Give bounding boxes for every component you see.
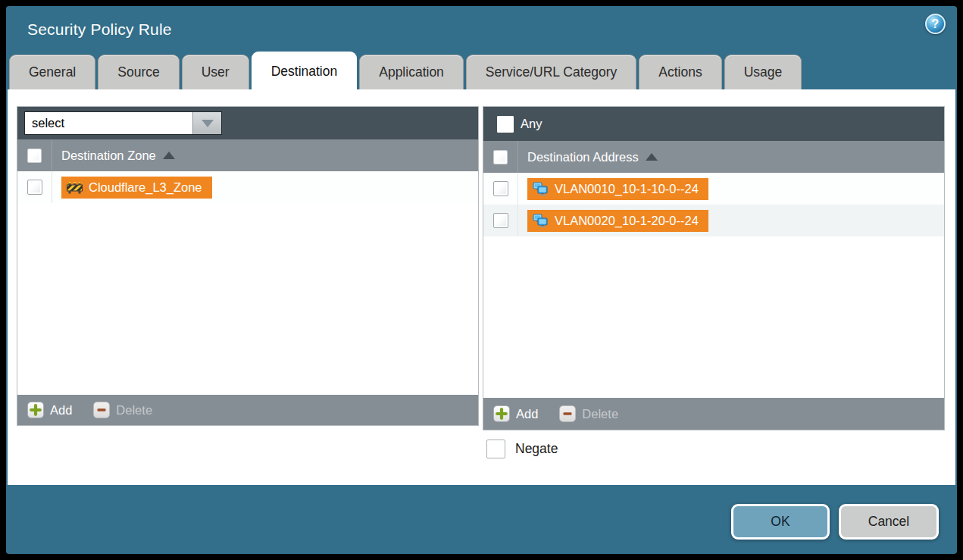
zone-barricade-icon <box>67 181 83 194</box>
network-address-icon <box>533 182 549 196</box>
add-plus-icon <box>27 402 44 418</box>
destination-zone-panel: Destination Zone <box>17 106 479 426</box>
tab-service-url-category[interactable]: Service/URL Category <box>466 55 636 89</box>
zone-delete-label: Delete <box>116 403 152 418</box>
address-add-button[interactable]: Add <box>493 405 538 422</box>
address-row-checkbox[interactable] <box>493 181 508 196</box>
tab-user[interactable]: User <box>182 55 249 89</box>
zone-select-dropdown-button[interactable] <box>192 112 221 134</box>
address-row-check-cell <box>483 173 518 205</box>
address-column-header[interactable]: Destination Address <box>483 141 944 173</box>
negate-label: Negate <box>515 441 558 457</box>
address-select-all-checkbox[interactable] <box>493 150 508 164</box>
any-check-cell <box>490 107 521 141</box>
delete-minus-icon <box>559 405 576 422</box>
zone-select-combobox <box>24 111 222 135</box>
zone-add-button[interactable]: Add <box>27 402 72 418</box>
delete-minus-icon <box>93 402 110 418</box>
dialog-title: Security Policy Rule <box>27 20 172 39</box>
address-row: VLAN0010_10-1-10-0--24 <box>483 173 944 205</box>
tab-usage[interactable]: Usage <box>724 55 802 89</box>
zone-row-checkbox[interactable] <box>27 180 42 195</box>
zone-panel-footer: Add Delete <box>17 395 478 425</box>
tab-actions[interactable]: Actions <box>639 55 721 89</box>
address-delete-label: Delete <box>582 407 618 421</box>
address-add-label: Add <box>516 407 538 421</box>
zone-list: Cloudflare_L3_Zone <box>17 171 478 395</box>
address-item-label: VLAN0020_10-1-20-0--24 <box>555 214 699 228</box>
address-item[interactable]: VLAN0020_10-1-20-0--24 <box>527 210 708 232</box>
zone-select-input[interactable] <box>25 112 192 134</box>
add-plus-icon <box>493 405 510 422</box>
destination-tab-content: Destination Zone <box>8 89 955 485</box>
zone-select-all-cell <box>17 139 52 171</box>
address-list: VLAN0010_10-1-10-0--24 <box>483 173 944 398</box>
address-panel-toolbar: Any <box>483 107 944 141</box>
sort-ascending-icon <box>163 152 175 159</box>
address-row-check-cell <box>483 205 518 236</box>
tab-destination[interactable]: Destination <box>252 52 358 89</box>
address-row: VLAN0020_10-1-20-0--24 <box>483 205 944 236</box>
zone-column-header[interactable]: Destination Zone <box>17 139 478 171</box>
network-address-icon <box>533 214 549 227</box>
help-icon[interactable]: ? <box>925 14 946 34</box>
tab-general[interactable]: General <box>9 55 95 89</box>
negate-checkbox[interactable] <box>486 440 505 458</box>
cancel-button[interactable]: Cancel <box>839 504 939 540</box>
sort-ascending-icon <box>646 153 658 161</box>
chevron-down-icon <box>202 120 214 127</box>
address-item[interactable]: VLAN0010_10-1-10-0--24 <box>527 178 708 200</box>
zone-panel-toolbar <box>17 107 478 139</box>
any-checkbox[interactable] <box>497 116 514 133</box>
address-column-header-label: Destination Address <box>527 150 639 164</box>
zone-column-header-label: Destination Zone <box>61 149 156 163</box>
address-row-checkbox[interactable] <box>493 213 508 228</box>
negate-option: Negate <box>486 440 558 458</box>
zone-item[interactable]: Cloudflare_L3_Zone <box>61 177 212 199</box>
address-panel-footer: Add Delete <box>483 398 944 430</box>
security-policy-rule-dialog: Security Policy Rule ? General Source Us… <box>6 6 957 554</box>
zone-select-all-checkbox[interactable] <box>27 149 42 163</box>
any-label: Any <box>521 117 542 131</box>
zone-add-label: Add <box>50 403 72 418</box>
destination-address-panel: Any Destination Address <box>483 106 945 430</box>
zone-row-check-cell <box>17 171 52 203</box>
tab-source[interactable]: Source <box>98 55 179 89</box>
zone-delete-button[interactable]: Delete <box>93 402 152 418</box>
address-select-all-cell <box>483 141 518 173</box>
tab-bar: General Source User Destination Applicat… <box>9 52 804 89</box>
address-delete-button[interactable]: Delete <box>559 405 618 422</box>
tab-application[interactable]: Application <box>359 55 464 89</box>
address-item-label: VLAN0010_10-1-10-0--24 <box>555 182 699 196</box>
title-bar: Security Policy Rule ? <box>6 6 957 52</box>
ok-button[interactable]: OK <box>731 504 830 540</box>
zone-item-label: Cloudflare_L3_Zone <box>89 180 202 195</box>
zone-row: Cloudflare_L3_Zone <box>17 171 478 203</box>
